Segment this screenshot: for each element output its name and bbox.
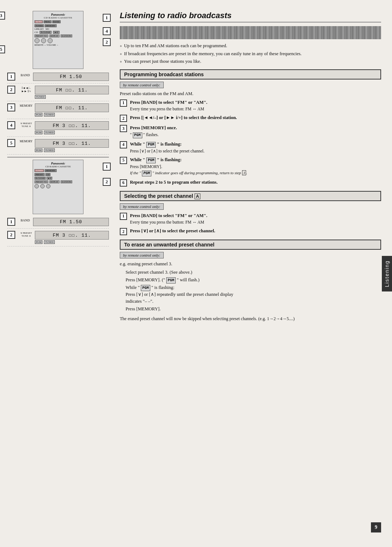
prog-step4-badge: 4	[120, 141, 127, 148]
prog-step6-num: 6	[122, 180, 124, 185]
device-subtitle-2: CD RADIO CASSETTE	[34, 165, 82, 168]
step3-display: FM ☐☐. 11.	[35, 103, 109, 112]
bullet-text-1: Up to ten FM and AM stations each can be…	[124, 43, 227, 49]
prog-step3-badge: 3	[120, 125, 127, 132]
device2-step1-badge: 1	[103, 163, 111, 171]
erase-step4-text: Press [MEMORY].	[126, 306, 161, 311]
prog-step5-content: While " PGM " is flashing: Press [MEMORY…	[130, 157, 381, 176]
pgm-badge-erase2: PGM	[166, 277, 176, 283]
lcd-step-1: 1 BAND FM 1.50	[7, 70, 109, 83]
prog-step1-content: Press [BAND] to select "FM" or "AM". Eve…	[130, 99, 381, 112]
sel-step-2: 2 Press [∨] or [∧] to select the preset …	[120, 228, 381, 235]
step4-pgm-tag: PGM	[35, 131, 42, 134]
prog-step1-sub: Every time you press the button: FM ↔ AM	[130, 106, 381, 112]
programming-header: Programming broadcast stations	[120, 69, 381, 79]
erase-step-2: Press [MEMORY]. (" PGM " will flash.)	[126, 277, 381, 283]
prog-step-4: 4 While " PGM " is flashing: Press [∨] o…	[120, 141, 381, 154]
prog-step5-num: 5	[122, 158, 124, 163]
prog-step2-num: 2	[122, 116, 124, 121]
lcd-step-5: 5 MEMORY FM 3 ☐☐. 11. PGM TUNED	[7, 137, 109, 155]
device1-step3-badge: 2	[103, 38, 111, 46]
selecting-subheader: by remote control only:	[120, 203, 164, 210]
step2-tuned-tag: TUNED	[35, 95, 46, 99]
selecting-header: Selecting the preset channel A	[120, 191, 381, 201]
bullet-text-2: If broadcast frequencies are preset in t…	[124, 51, 302, 57]
prog-step5-sub: Press [MEMORY].	[130, 164, 381, 170]
lcd-step-3: 3 MEMORY FM ☐☐. 11. PGM TUNED	[7, 101, 109, 119]
prog-step2-badge: 2	[120, 115, 127, 122]
pgm-badge-4a: PGM	[146, 142, 156, 148]
erasing-subheader: by remote control only:	[120, 252, 164, 258]
stepa1-label: BAND	[19, 218, 32, 222]
step4-label: ∨ PRESETTUNE ∧	[19, 121, 33, 128]
preset-image-bar	[120, 26, 381, 39]
selecting-title-suffix: A	[195, 193, 201, 199]
erase-step-4: Press [MEMORY].	[126, 306, 381, 313]
prog-step3-num: 3	[122, 126, 124, 131]
sel-step1-content: Press [BAND] to select "FM" or "AM". Eve…	[130, 213, 381, 225]
prog-step-6: 6 Repeat steps 2 to 5 to program other s…	[120, 179, 381, 187]
lcd-step-4: 4 ∨ PRESETTUNE ∧ FM 3 ☐☐. 11. PGM TUNED	[7, 119, 109, 137]
right-tab-listening: Listening	[382, 256, 392, 291]
intro-bullets: ◦ Up to ten FM and AM stations each can …	[120, 43, 381, 65]
step4-badge: 4	[7, 121, 15, 129]
erase-step1-text: Select preset channel 3. (See above.)	[126, 270, 192, 275]
device-illustration-2: Panasonic CD RADIO CASSETTE TUNER MEMORY…	[33, 160, 83, 214]
sel-step1-badge: 1	[120, 213, 127, 220]
prog-step-3: 3 Press [MEMORY] once. " PGM " flashes.	[120, 125, 381, 138]
erasing-header: To erase an unwanted preset channel	[120, 240, 381, 250]
erase-step2-text: Press [MEMORY]. (" PGM " will flash.)	[126, 277, 200, 282]
stepa2-badge: 2	[7, 231, 15, 239]
prog-step-2: 2 Press [|◄◄/–] or [►► i/+] to select th…	[120, 115, 381, 122]
lcd-step-a2: 2 ∨ PRESETTUNE ∧ FM 3 ☐☐. 11. PGM TUNED	[7, 229, 109, 246]
erasing-note: The erased preset channel will now be sk…	[120, 316, 381, 322]
step5-pgm-tag: PGM	[35, 148, 42, 152]
sel-step2-badge: 2	[120, 228, 127, 235]
sel-step1-sub: Every time you press the button: FM ↔ AM	[130, 219, 381, 225]
prog-step6-badge: 6	[120, 179, 127, 187]
step5-tuned-tag: TUNED	[44, 148, 55, 152]
prog-step-1: 1 Press [BAND] to select "FM" or "AM". E…	[120, 99, 381, 112]
device1-step4-badge: 3	[0, 12, 5, 20]
stepa1-badge: 1	[7, 218, 15, 226]
lcd-step-a1: 1 BAND FM 1.50	[7, 216, 109, 229]
pgm-badge-5b: PGM	[142, 171, 151, 176]
step2-badge: 2	[7, 86, 15, 94]
stepa2-tuned-tag: TUNED	[44, 240, 55, 244]
stepa2-display: FM 3 ☐☐. 11.	[35, 231, 109, 240]
stepa2-pgm-tag: PGM	[35, 240, 42, 244]
page-title: Listening to radio broadcasts	[120, 11, 381, 23]
erase-step-3: While " PGM " is flashing: Press [∨] or …	[126, 284, 381, 305]
prog-step1-badge: 1	[120, 99, 127, 107]
step3-tuned-tag: TUNED	[44, 113, 55, 117]
bullet-dot-3: ◦	[120, 59, 122, 65]
device-subtitle-1: CD RADIO CASSETTE	[34, 16, 82, 19]
bullet-text-3: You can preset just those stations you l…	[124, 58, 201, 65]
right-panel: Listening to radio broadcasts ◦ Up to te…	[113, 7, 392, 540]
programming-subheader: by remote control only:	[120, 82, 164, 88]
prog-step3-main: Press [MEMORY] once.	[130, 125, 177, 130]
prog-step3-content: Press [MEMORY] once. " PGM " flashes.	[130, 125, 381, 138]
brand-label-2: Panasonic	[34, 162, 82, 165]
sel-step-1: 1 Press [BAND] to select "FM" or "AM". E…	[120, 213, 381, 225]
step5-label: MEMORY	[19, 139, 33, 143]
step5-display: FM 3 ☐☐. 11.	[35, 139, 109, 148]
prog-step5-main: While " PGM " is flashing:	[130, 157, 181, 162]
sel-step2-num: 2	[122, 229, 124, 234]
device1-step5-badge: 5	[0, 45, 5, 53]
prog-step6-content: Repeat steps 2 to 5 to program other sta…	[130, 179, 381, 186]
pgm-badge-5a: PGM	[146, 158, 156, 163]
step2-label: I◄◄/–►► I/+	[19, 86, 33, 93]
erase-step-1: Select preset channel 3. (See above.)	[126, 269, 381, 276]
erasing-example: e.g. erasing preset channel 3.	[120, 261, 381, 267]
page-number: 9	[371, 522, 381, 532]
step3-pgm-tag: PGM	[35, 113, 42, 117]
step3-badge: 3	[7, 103, 15, 111]
right-tab-label: Listening	[384, 260, 390, 287]
prog-step1-num: 1	[122, 100, 124, 106]
step1-display: FM 1.50	[33, 73, 109, 81]
stepa1-display: FM 1.50	[33, 218, 109, 226]
step4-tuned-tag: TUNED	[44, 131, 55, 134]
prog-step2-content: Press [|◄◄/–] or [►► i/+] to select the …	[130, 115, 381, 121]
prog-step-5: 5 While " PGM " is flashing: Press [MEMO…	[120, 157, 381, 176]
